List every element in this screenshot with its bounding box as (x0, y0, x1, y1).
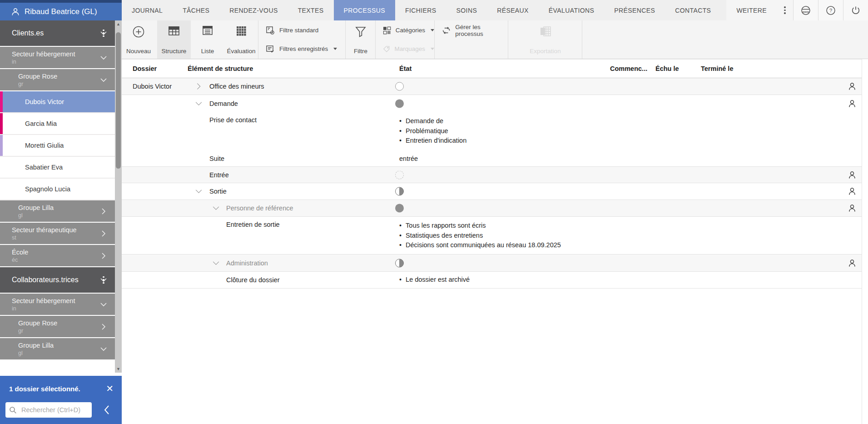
column-header-echu-le[interactable]: Échu le (655, 65, 679, 72)
tab-reseaux[interactable]: RÉSEAUX (487, 0, 539, 20)
tab-textes[interactable]: TEXTES (288, 0, 334, 20)
chevron-down-icon[interactable] (194, 187, 203, 196)
chevron-right-icon[interactable] (99, 229, 108, 238)
table-row-entree[interactable]: Entrée (122, 167, 862, 183)
tab-evaluations[interactable]: ÉVALUATIONS (539, 0, 604, 20)
manage-processes-button[interactable]: Gérer les processus (435, 21, 508, 40)
column-header-termine-le[interactable]: Terminé le (701, 65, 733, 72)
sidebar-header-clients-es[interactable]: Clients.es (0, 20, 115, 46)
table-row-demande[interactable]: Demande (122, 95, 862, 112)
sidebar-header-label: Clients.es (12, 29, 98, 37)
tab-contacts[interactable]: CONTACTS (665, 0, 721, 20)
structure-table-icon (168, 25, 180, 36)
sidebar-scrollbar[interactable]: ▲ ▼ (115, 20, 122, 373)
chevron-down-icon[interactable] (212, 259, 220, 267)
filter-button[interactable]: Filtre (346, 20, 376, 59)
tab-processus[interactable]: PROCESSUS (334, 0, 396, 20)
person-icon[interactable] (848, 99, 857, 108)
sidebar-group-groupe-lilla[interactable]: Groupe Lilla gl (0, 338, 115, 359)
chevron-down-icon[interactable] (99, 345, 108, 353)
sidebar-client-moretti-giulia[interactable]: Moretti Giulia (0, 135, 115, 157)
scrollbar-thumb[interactable] (116, 32, 121, 169)
list-icon (202, 25, 213, 35)
element-label: Prise de contact (209, 116, 257, 124)
state-circle-dashed[interactable] (395, 170, 404, 179)
close-icon[interactable]: ✕ (106, 383, 114, 394)
sidebar-client-garcia-mia[interactable]: Garcia Mia (0, 113, 115, 135)
state-circle-half[interactable] (395, 187, 404, 196)
chevron-right-icon[interactable] (99, 323, 108, 331)
help-icon[interactable]: ? (818, 0, 843, 20)
chevron-down-icon[interactable] (99, 276, 108, 284)
sidebar-group-groupe-rose[interactable]: Groupe Rose gr (0, 69, 115, 90)
table-row-cloture-du-dossier[interactable]: Clôture du dossierLe dossier est archivé (122, 272, 862, 289)
state-circle-filled[interactable] (395, 204, 404, 213)
collapse-sidebar-icon[interactable] (100, 402, 114, 418)
tab-weitere[interactable]: WEITERE (726, 0, 777, 20)
categories-button[interactable]: Catégories (376, 21, 434, 40)
tab-journal[interactable]: JOURNAL (122, 0, 173, 20)
chevron-right-icon[interactable] (99, 207, 108, 215)
chevron-down-icon[interactable] (99, 54, 108, 62)
state-circle-half[interactable] (395, 259, 404, 267)
chevron-down-icon[interactable] (194, 100, 203, 108)
bullet-item: Demande de (399, 116, 466, 126)
sidebar-client-dubois-victor[interactable]: Dubois Victor (0, 91, 115, 113)
scroll-down-icon[interactable]: ▼ (115, 365, 122, 373)
standard-filter-button[interactable]: Filtre standard (258, 21, 345, 40)
more-menu-kebab-icon[interactable] (777, 0, 793, 20)
sidebar-header-collaborateurs-trices[interactable]: Collaborateurs.trices (0, 267, 115, 293)
client-name: Sabatier Eva (25, 164, 63, 171)
process-structure-table: Dubois VictorOffice des mineurs Demande … (122, 78, 862, 289)
person-icon[interactable] (848, 259, 857, 268)
table-row-administration[interactable]: Administration (122, 254, 862, 272)
sidebar-group-ecole[interactable]: École éc (0, 245, 115, 266)
table-row-suite[interactable]: Suiteentrée (122, 150, 862, 167)
person-icon[interactable] (848, 204, 857, 213)
tab-soins[interactable]: SOINS (446, 0, 487, 20)
sidebar-group-secteur-hebergement[interactable]: Secteur hébergement in (0, 294, 115, 315)
view-structure-button[interactable]: Structure (157, 20, 191, 59)
sidebar-client-spagnolo-lucia[interactable]: Spagnolo Lucia (0, 179, 115, 200)
column-header-dossier[interactable]: Dossier (133, 65, 157, 72)
table-row-entretien-de-sortie[interactable]: Entretien de sortieTous les rapports son… (122, 217, 862, 254)
column-header-etat[interactable]: État (399, 65, 412, 72)
tab-rendez-vous[interactable]: RENDEZ-VOUS (219, 0, 288, 20)
table-row-sortie[interactable]: Sortie (122, 183, 862, 200)
table-row-office-des-mineurs[interactable]: Dubois VictorOffice des mineurs (122, 78, 862, 95)
person-icon[interactable] (848, 170, 857, 180)
scroll-up-icon[interactable]: ▲ (115, 20, 122, 28)
person-icon[interactable] (848, 187, 857, 196)
sidebar-group-secteur-therapeutique[interactable]: Secteur thérapeutique st (0, 223, 115, 244)
globe-icon[interactable]: www (793, 0, 818, 20)
search-input[interactable] (20, 406, 86, 414)
sidebar-client-sabatier-eva[interactable]: Sabatier Eva (0, 157, 115, 179)
search-box[interactable] (5, 402, 92, 418)
person-icon[interactable] (848, 82, 857, 91)
filter-settings-icon (266, 26, 275, 35)
sidebar-group-groupe-lilla[interactable]: Groupe Lilla gl (0, 200, 115, 222)
chevron-down-icon[interactable] (99, 29, 108, 37)
column-header-element-de-structure[interactable]: Élément de structure (188, 65, 253, 72)
chevron-down-icon[interactable] (99, 76, 108, 84)
column-header-commenc[interactable]: Commenc... (610, 65, 647, 72)
sidebar-group-secteur-hebergement[interactable]: Secteur hébergement in (0, 47, 115, 68)
tab-taches[interactable]: TÂCHES (173, 0, 219, 20)
chevron-down-icon[interactable] (99, 300, 108, 309)
chevron-right-icon[interactable] (99, 252, 108, 260)
view-evaluation-button[interactable]: Évaluation (224, 20, 258, 59)
sidebar-group-groupe-rose[interactable]: Groupe Rose gr (0, 316, 115, 337)
current-user-box[interactable]: Ribaud Beatrice (GL) (0, 0, 122, 20)
chevron-down-icon[interactable] (212, 204, 220, 213)
table-row-prise-de-contact[interactable]: Prise de contactDemande deProblématiqueE… (122, 112, 862, 150)
state-circle-empty[interactable] (395, 82, 404, 91)
new-button[interactable]: Nouveau (122, 20, 155, 59)
tab-fichiers[interactable]: FICHIERS (395, 0, 446, 20)
power-icon[interactable] (843, 0, 868, 20)
view-liste-button[interactable]: Liste (191, 20, 224, 59)
chevron-right-icon[interactable] (194, 82, 203, 91)
tab-presences[interactable]: PRÉSENCES (604, 0, 665, 20)
state-circle-filled[interactable] (395, 100, 404, 108)
saved-filters-button[interactable]: Filtres enregistrés (258, 40, 345, 58)
table-row-personne-de-reference[interactable]: Personne de référence (122, 200, 862, 217)
